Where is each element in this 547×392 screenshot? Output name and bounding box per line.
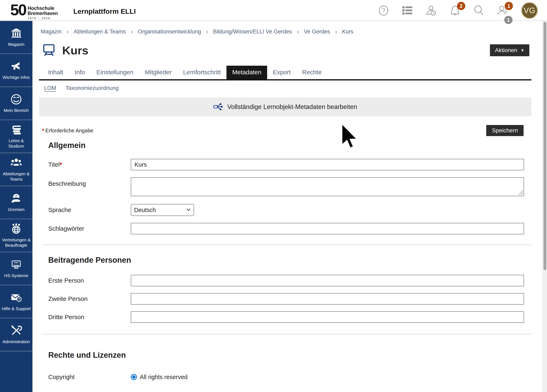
breadcrumb-separator-icon: › [67, 28, 68, 35]
breadcrumb-separator-icon: › [206, 28, 208, 35]
tab-metadaten[interactable]: Metadaten [226, 66, 267, 79]
field-row-copyright: Copyright All rights reserved [48, 373, 524, 380]
sidebar-item-magazin[interactable]: Magazin [0, 21, 33, 54]
breadcrumb: Magazin › Abteilungen & Teams › Organisa… [33, 21, 542, 36]
contacts-icon[interactable]: 1 1 [497, 5, 508, 16]
schlagwoerter-label: Schlagwörter [48, 225, 131, 232]
sidebar-item-hilfe-support[interactable]: ? Hilfe & Support [0, 285, 33, 318]
field-row-titel: Titel* [48, 159, 524, 170]
sidebar-item-administration[interactable]: Administration [0, 318, 33, 351]
svg-text:?: ? [382, 7, 385, 14]
sidebar-item-label: Vertretungen & Beauftragte [1, 237, 31, 248]
tab-inhalt[interactable]: Inhalt [42, 66, 69, 79]
copyright-radio-group: All rights reserved [131, 374, 524, 380]
app-title: Lernplattform ELLI [73, 7, 136, 15]
breadcrumb-item[interactable]: Kurs [342, 28, 354, 35]
main-sidebar: Magazin Wichtige Infos Mein Bereich Lehr… [0, 21, 33, 392]
monitor-icon [10, 259, 22, 270]
logo-line1: Hochschule [28, 6, 55, 11]
tab-info[interactable]: Info [69, 66, 90, 79]
tab-einstellungen[interactable]: Einstellungen [90, 66, 139, 79]
notifications-bell-icon[interactable]: 2 [450, 5, 460, 16]
header-icon-bar: ? ! 2 [378, 0, 538, 21]
copyright-radio-selected[interactable] [131, 374, 137, 380]
user-avatar[interactable]: VG [521, 2, 538, 19]
erste-person-input[interactable] [131, 275, 524, 286]
notifications-badge: 2 [457, 2, 465, 10]
breadcrumb-item[interactable]: Abteilungen & Teams [74, 28, 126, 35]
globe-people-icon [10, 223, 22, 235]
sidebar-item-wichtige-infos[interactable]: Wichtige Infos [0, 54, 33, 87]
scrollbar-thumb[interactable] [544, 22, 546, 270]
sprache-label: Sprache [48, 206, 131, 213]
todo-list-icon[interactable] [402, 5, 413, 16]
edit-full-metadata-banner[interactable]: Vollständige Lernobjekt-Metadaten bearbe… [39, 97, 531, 116]
required-note: *Erforderliche Angabe [42, 128, 93, 134]
user-alert-icon[interactable]: ! [426, 5, 437, 16]
breadcrumb-item[interactable]: Ve Gerdes [304, 28, 330, 35]
erste-person-label: Erste Person [48, 277, 131, 284]
language-select[interactable]: Deutsch [131, 204, 194, 216]
contributor-fields: Erste Person Zweite Person Dritte Person [48, 275, 524, 323]
sidebar-item-label: Lehre & Studium [1, 138, 31, 149]
vertical-scrollbar[interactable] [542, 21, 547, 392]
tab-lernfortschritt[interactable]: Lernfortschritt [178, 66, 226, 79]
dritte-person-input[interactable] [131, 311, 524, 323]
tab-rechte[interactable]: Rechte [296, 66, 328, 79]
sidebar-item-label: Hilfe & Support [2, 306, 31, 311]
actions-button[interactable]: Aktionen ▼ [490, 44, 529, 56]
schlagwoerter-input[interactable] [131, 223, 524, 234]
sidebar-item-abteilungen-teams[interactable]: Abteilungen & Teams [0, 153, 33, 186]
breadcrumb-item[interactable]: Organisationsentwicklung [138, 28, 201, 35]
save-button[interactable]: Speichern [486, 125, 524, 136]
edit-full-metadata-label: Vollständige Lernobjekt-Metadaten bearbe… [227, 103, 357, 111]
search-icon[interactable] [473, 5, 484, 16]
beschreibung-label: Beschreibung [48, 180, 131, 187]
tab-export[interactable]: Export [267, 66, 296, 79]
sidebar-item-hs-systeme[interactable]: HS-Systeme [0, 252, 33, 285]
field-row-zweite-person: Zweite Person [48, 293, 524, 304]
subtab-lom[interactable]: LOM [44, 85, 56, 91]
sidebar-item-vertretungen-beauftragte[interactable]: Vertretungen & Beauftragte [0, 219, 33, 252]
logo-years: 1975 – 2025 [28, 17, 58, 20]
help-icon[interactable]: ? [378, 5, 389, 16]
breadcrumb-separator-icon: › [335, 28, 337, 35]
section-divider [42, 245, 531, 245]
tools-icon [10, 325, 22, 336]
caret-down-icon: ▼ [520, 48, 524, 52]
beschreibung-textarea[interactable] [131, 177, 524, 196]
section-heading-rechte-lizenzen: Rechte und Lizenzen [48, 351, 542, 359]
tab-mitglieder[interactable]: Mitglieder [139, 66, 178, 79]
sidebar-item-lehre-studium[interactable]: Lehre & Studium [0, 120, 33, 153]
main-content: Magazin › Abteilungen & Teams › Organisa… [33, 21, 542, 380]
copyright-label: Copyright [48, 373, 131, 380]
people-group-icon [10, 157, 22, 169]
tab-bar: Inhalt Info Einstellungen Mitglieder Ler… [39, 66, 531, 81]
sidebar-item-mein-bereich[interactable]: Mein Bereich [0, 87, 33, 120]
beschreibung-textarea-wrap [131, 177, 524, 197]
logo-line2: Bremerhaven [28, 11, 58, 16]
field-row-erste-person: Erste Person [48, 275, 524, 286]
share-nodes-icon [213, 103, 223, 111]
breadcrumb-item[interactable]: Magazin [41, 28, 62, 35]
hochschule-bremerhaven-logo[interactable]: 50 Hochschule Bremerhaven 1975 – 2025 [10, 1, 58, 20]
contacts-badge-top: 1 [505, 2, 513, 10]
subtab-taxonomiezuordnung[interactable]: Taxonomiezuordnung [66, 85, 119, 91]
required-note-text: Erforderliche Angabe [45, 128, 93, 133]
page-title-row: Kurs Aktionen ▼ [42, 43, 542, 57]
logo-50: 50 [10, 1, 26, 19]
titel-input[interactable] [131, 159, 524, 170]
zweite-person-label: Zweite Person [48, 295, 131, 302]
field-row-dritte-person: Dritte Person [48, 311, 524, 323]
sidebar-item-label: Gremien [8, 207, 25, 212]
top-header: 50 Hochschule Bremerhaven 1975 – 2025 Le… [0, 0, 547, 21]
titel-required-asterisk: * [60, 161, 62, 168]
sidebar-item-gremien[interactable]: Gremien [0, 186, 33, 219]
resize-handle[interactable] [519, 190, 523, 195]
zweite-person-input[interactable] [131, 293, 524, 304]
subtab-bar: LOM Taxonomiezuordnung [44, 85, 542, 91]
general-fields: Titel* Beschreibung Sprache Deutsch Schl… [48, 159, 524, 234]
breadcrumb-item[interactable]: Bildung/Wissen/ELLI Ve Gerdes [213, 28, 292, 35]
field-row-sprache: Sprache Deutsch [48, 204, 524, 216]
bank-icon [10, 27, 22, 39]
